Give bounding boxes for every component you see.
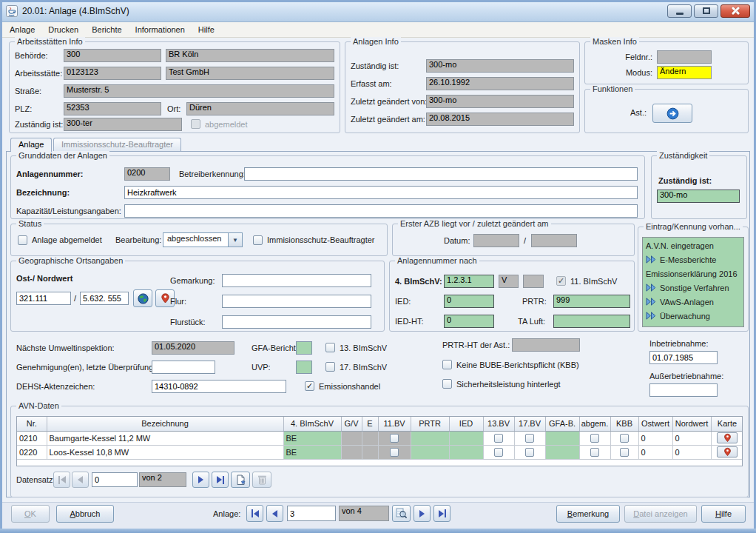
row-checkbox[interactable] [494,434,503,443]
list-item-ueberwachung[interactable]: Überwachung [643,309,743,323]
menu-berichte[interactable]: Berichte [85,24,128,36]
record-last-button[interactable] [212,472,229,488]
cell-gv[interactable] [341,445,362,459]
ok-button[interactable]: OK [11,505,50,523]
bearbeitung-dropdown[interactable]: abgeschlossen ▼ [163,232,243,247]
genehmigung-input[interactable] [152,361,215,374]
cell-prtr[interactable] [411,445,449,459]
immissionsschutz-checkbox[interactable] [253,235,263,245]
bezeichnung-input[interactable] [124,186,638,199]
cell-karte[interactable] [711,445,743,459]
record-next-button[interactable] [192,472,209,488]
betreiberkennung-input[interactable] [244,167,638,181]
cell-17bv[interactable] [514,445,545,459]
row-checkbox[interactable] [590,434,599,443]
bimschv11-checkbox[interactable] [556,276,566,286]
cell-abgem[interactable] [579,431,610,445]
cell-ied[interactable] [449,431,483,445]
gemarkung-input[interactable] [222,274,371,287]
menu-drucken[interactable]: Drucken [41,24,85,36]
cell-bezeichnung[interactable]: Baumgarte-Kessel 11,2 MW [47,431,283,445]
anlage-first-button[interactable] [246,505,263,522]
cell-e[interactable] [362,431,378,445]
cell-11bv[interactable] [378,431,411,445]
row-checkbox[interactable] [525,448,534,457]
cell-17bv[interactable] [514,431,545,445]
new-record-button[interactable] [231,472,250,488]
nordwert-input[interactable] [80,292,129,305]
cell-bezeichnung[interactable]: Loos-Kessel 10,8 MW [47,445,283,459]
cell-karte[interactable] [711,431,743,445]
cell-ostwert[interactable]: 0 [638,445,672,459]
anlage-number-input[interactable] [287,506,336,521]
row-checkbox[interactable] [590,448,599,457]
row-checkbox[interactable] [390,434,399,443]
emissionshandel-checkbox[interactable] [305,381,314,391]
maximize-button[interactable] [694,4,718,18]
kbb-checkbox[interactable] [442,360,452,369]
cell-nordwert[interactable]: 0 [672,431,711,445]
bemerkung-button[interactable]: Bemerkung [556,505,620,523]
close-button[interactable] [720,4,750,18]
record-prev-button[interactable] [72,472,89,488]
abgemeldet-checkbox[interactable] [191,119,200,129]
cell-4bimschv[interactable]: BE [283,431,341,445]
ast-button[interactable] [652,104,692,123]
cell-13bv[interactable] [483,445,514,459]
cell-4bimschv[interactable]: BE [283,445,341,459]
anlage-abgemeldet-checkbox[interactable] [18,235,27,245]
cell-nr[interactable]: 0220 [17,445,47,459]
list-item-emissionserklaerung[interactable]: Emissionserklärung 2016 [643,266,743,281]
bimschv13-checkbox[interactable] [325,343,335,352]
menu-hilfe[interactable]: Hilfe [192,24,221,36]
row-checkbox[interactable] [525,434,534,443]
list-item-sonstige-verfahren[interactable]: Sonstige Verfahren [643,281,743,295]
row-checkbox[interactable] [390,448,399,457]
list-item-avn[interactable]: A.V.N. eingetragen [643,238,743,252]
anlage-prev-button[interactable] [266,505,283,522]
cell-11bv[interactable] [378,445,411,459]
cell-kbb[interactable] [610,445,638,459]
karte-button[interactable] [717,432,738,443]
sicherheitsleistung-checkbox[interactable] [442,379,452,389]
inbetriebnahme-input[interactable] [649,351,718,364]
cell-abgem[interactable] [579,445,610,459]
cell-gv[interactable] [341,431,362,445]
menu-anlage[interactable]: Anlage [3,24,41,36]
menu-informationen[interactable]: Informationen [129,24,192,36]
flur-input[interactable] [222,295,371,308]
tab-immissionsschutz-beauftragter[interactable]: Immissionsschutz-Beauftragter [53,138,181,151]
flurstueck-input[interactable] [222,315,371,329]
ausserbetriebnahme-input[interactable] [649,383,718,397]
kapazitaet-input[interactable] [124,204,638,218]
tab-anlage[interactable]: Anlage [10,138,52,152]
list-item-e-messberichte[interactable]: E-Messberichte [643,252,743,266]
row-checkbox[interactable] [494,448,503,457]
row-checkbox[interactable] [620,448,629,457]
row-checkbox[interactable] [620,434,629,443]
anlage-next-button[interactable] [414,505,431,522]
hilfe-button[interactable]: Hilfe [701,505,746,523]
delete-record-button[interactable] [252,472,271,488]
cell-nordwert[interactable]: 0 [672,445,711,459]
cell-ostwert[interactable]: 0 [638,431,672,445]
dehst-input[interactable] [152,380,286,393]
anlage-last-button[interactable] [433,505,450,522]
ostwert-input[interactable] [16,292,71,305]
bimschv17-checkbox[interactable] [325,362,335,372]
datei-anzeigen-button[interactable]: Datei anzeigen [624,505,697,523]
globe-button[interactable] [133,289,152,307]
record-first-button[interactable] [53,472,70,488]
cell-13bv[interactable] [483,431,514,445]
record-number-input[interactable] [92,472,138,487]
cell-gfab[interactable] [545,445,579,459]
titlebar[interactable]: 20.01: Anlage (4.BImSchV) [0,0,756,22]
anlage-search-button[interactable] [392,505,411,522]
abbruch-button[interactable]: Abbruch [56,505,114,523]
list-item-vaws-anlagen[interactable]: VAwS-Anlagen [643,295,743,309]
cell-nr[interactable]: 0210 [17,431,47,445]
cell-prtr[interactable] [411,431,449,445]
cell-kbb[interactable] [610,431,638,445]
cell-ied[interactable] [449,445,483,459]
minimize-button[interactable] [667,4,692,18]
